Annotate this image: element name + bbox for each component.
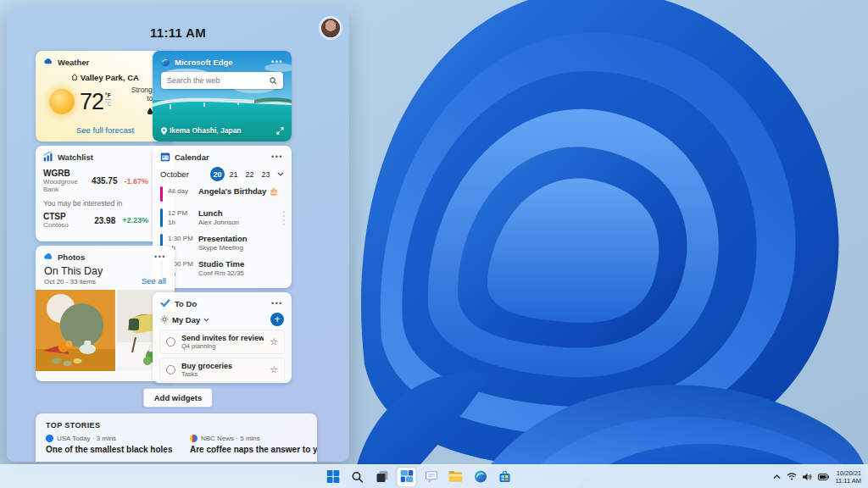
story-source: USA Today · 3 mins: [57, 435, 116, 442]
top-stories-heading: TOP STORIES: [36, 413, 317, 435]
widget-title: Calendar: [175, 152, 266, 162]
event-time: All day: [168, 186, 198, 196]
clock-date-display[interactable]: 10/20/21 11:11 AM: [835, 469, 861, 485]
sunny-icon: [49, 89, 75, 114]
widget-title: Microsoft Edge: [175, 58, 266, 67]
battery-icon[interactable]: [818, 474, 829, 480]
more-options-icon[interactable]: [270, 153, 284, 160]
task-title: Send invites for review: [181, 334, 264, 342]
calendar-event[interactable]: All day Angela's Birthday 🎂: [160, 186, 287, 202]
widgets-button[interactable]: [398, 468, 416, 486]
still-life-photo: [36, 290, 115, 371]
event-color-bar: [160, 208, 163, 227]
stock-change: -1.67%: [124, 177, 148, 186]
raindrop-icon: [147, 108, 153, 114]
star-icon[interactable]: ☆: [270, 336, 278, 347]
search-input[interactable]: [167, 76, 270, 85]
volume-icon[interactable]: [803, 473, 812, 481]
task-subtitle: Tasks: [181, 370, 264, 378]
task-checkbox[interactable]: [166, 365, 175, 374]
location-pin-icon: [161, 127, 167, 135]
more-options-icon[interactable]: [270, 58, 284, 65]
widgets-panel: 11:11 AM Weather Valley Park, CA 72 °F °…: [7, 7, 349, 462]
photo-thumbnail[interactable]: [36, 290, 115, 371]
widget-title: Weather: [58, 58, 149, 67]
star-icon[interactable]: ☆: [270, 364, 278, 375]
chevron-down-icon[interactable]: [203, 318, 209, 322]
add-task-button[interactable]: +: [270, 313, 284, 326]
tray-date: 10/20/21: [835, 469, 861, 477]
unit-fahrenheit[interactable]: °F: [105, 92, 111, 100]
chat-button[interactable]: [422, 468, 441, 486]
see-all-link[interactable]: See all: [142, 276, 166, 286]
task-subtitle: Q4 planning: [181, 342, 264, 350]
start-button[interactable]: [324, 468, 342, 486]
news-story[interactable]: USA Today · 3 mins One of the smallest b…: [46, 435, 175, 454]
task-item[interactable]: Buy groceries Tasks ☆: [159, 358, 285, 382]
file-explorer-button[interactable]: [447, 468, 465, 486]
microsoft-store-button[interactable]: [496, 468, 515, 486]
photos-subheading: Oct 20 - 33 items: [44, 278, 142, 286]
task-checkbox[interactable]: [166, 337, 175, 347]
event-title: Presentation: [198, 234, 287, 243]
todo-list-name[interactable]: My Day: [172, 315, 200, 324]
story-headline: One of the smallest black holes — and: [46, 445, 175, 454]
wifi-icon[interactable]: [787, 473, 797, 480]
temperature-value: 72: [80, 91, 103, 113]
calendar-event[interactable]: 1:30 PM1h Presentation Skype Meeting: [160, 234, 287, 252]
more-options-icon[interactable]: [153, 253, 167, 260]
weather-cloud-icon: [43, 57, 53, 67]
chevron-down-icon[interactable]: [277, 172, 284, 176]
task-item[interactable]: Send invites for review Q4 planning ☆: [159, 330, 285, 354]
stock-company: Woodgrove Bank: [43, 178, 88, 193]
expand-icon[interactable]: [276, 127, 284, 135]
photo-caption: Ikema Ohashi, Japan: [161, 126, 242, 135]
event-time: 1:30 PM: [168, 235, 193, 242]
calendar-date[interactable]: 20: [210, 167, 225, 181]
event-title: Angela's Birthday 🎂: [198, 186, 287, 196]
taskbar: 10/20/21 11:11 AM: [0, 464, 868, 488]
home-icon: [71, 74, 78, 80]
event-title: Studio Time: [198, 259, 287, 269]
stock-price: 435.75: [92, 176, 118, 186]
top-stories-card: TOP STORIES USA Today · 3 mins One of th…: [36, 413, 317, 462]
event-time: 12 PM: [168, 209, 187, 217]
desktop: 11:11 AM Weather Valley Park, CA 72 °F °…: [0, 0, 868, 488]
task-title: Buy groceries: [181, 362, 264, 370]
edge-widget[interactable]: Microsoft Edge Ikema Ohashi, Japan: [153, 51, 292, 141]
news-story[interactable]: NBC News · 5 mins Are coffee naps the an…: [190, 435, 317, 454]
calendar-month: October: [160, 169, 209, 179]
stock-symbol: WGRB: [43, 169, 88, 178]
calendar-event[interactable]: 6:00 PM3h Studio Time Conf Rm 32/35: [160, 259, 287, 278]
add-widgets-button[interactable]: Add widgets: [143, 388, 213, 408]
search-button[interactable]: [348, 468, 367, 486]
search-icon[interactable]: [270, 77, 277, 85]
edge-browser-button[interactable]: [471, 468, 490, 486]
unit-celsius[interactable]: °C: [105, 100, 111, 107]
calendar-event[interactable]: 12 PM1h Lunch Alex Johnson ••••: [160, 208, 287, 227]
more-options-icon[interactable]: [270, 300, 284, 307]
tray-time: 11:11 AM: [835, 477, 861, 485]
event-title: Lunch: [198, 208, 287, 218]
panel-clock: 11:11 AM: [7, 25, 349, 40]
stock-company: Contoso: [43, 221, 91, 229]
calendar-date[interactable]: 23: [259, 167, 273, 181]
task-view-button[interactable]: [373, 468, 392, 486]
widget-title: To Do: [175, 299, 266, 308]
tray-chevron-up-icon[interactable]: [773, 474, 781, 480]
calendar-date[interactable]: 21: [226, 167, 241, 181]
photos-cloud-icon: [43, 252, 53, 262]
widget-title: Photos: [58, 252, 149, 262]
todo-widget[interactable]: To Do My Day + Send invites for review Q…: [153, 292, 292, 383]
stock-price: 23.98: [94, 216, 115, 225]
user-avatar[interactable]: [321, 19, 340, 37]
calendar-date[interactable]: 22: [242, 167, 257, 181]
event-subtitle: Conf Rm 32/35: [198, 269, 287, 278]
todo-check-icon: [160, 298, 170, 308]
edge-search-box[interactable]: [161, 72, 283, 89]
event-subtitle: Skype Meeting: [198, 243, 287, 252]
stock-symbol: CTSP: [43, 212, 91, 221]
edge-logo-icon: [160, 57, 170, 67]
photos-heading: On This Day: [44, 265, 142, 277]
stock-change: +2.23%: [122, 216, 148, 225]
